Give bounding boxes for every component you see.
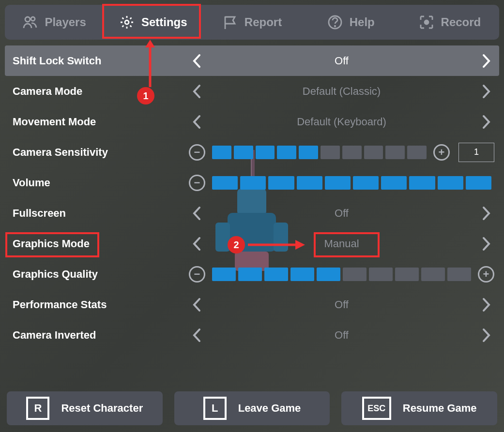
chevron-left-icon[interactable] [189,327,205,343]
tab-label: Record [441,15,481,29]
key-indicator: ESC [362,397,391,420]
svg-point-2 [125,20,129,24]
setting-value: Off [209,298,474,311]
tab-report[interactable]: Report [202,5,301,40]
setting-label: Movement Mode [10,116,189,128]
row-graphics-quality: Graphics Quality − + [5,259,499,289]
graphics-quality-slider[interactable] [212,268,471,281]
svg-point-5 [425,20,428,24]
menu-tabs: Players Settings Report [5,5,499,40]
setting-value: Off [209,55,474,67]
chevron-right-icon[interactable] [478,236,494,252]
minus-button[interactable]: − [189,175,205,191]
button-label: Leave Game [238,402,301,415]
reset-character-button[interactable]: R Reset Character [7,391,163,425]
chevron-left-icon[interactable] [189,236,205,252]
setting-label: Camera Mode [10,85,189,98]
sensitivity-input[interactable]: 1 [458,143,494,162]
setting-label: Graphics Mode [10,238,189,250]
chevron-left-icon[interactable] [189,114,205,130]
row-shift-lock: Shift Lock Switch Off [5,45,499,76]
row-performance-stats: Performance Stats Off [5,289,499,320]
tab-label: Report [244,15,282,29]
setting-label: Performance Stats [10,298,189,311]
minus-button[interactable]: − [189,144,205,161]
chevron-right-icon[interactable] [478,53,494,69]
svg-point-4 [335,26,336,27]
chevron-right-icon[interactable] [478,114,494,130]
tab-label: Settings [141,15,187,29]
row-camera-sensitivity: Camera Sensitivity − + 1 [5,137,499,167]
flag-icon [222,15,238,30]
setting-value: Default (Classic) [209,85,474,98]
row-movement-mode: Movement Mode Default (Keyboard) [5,106,499,137]
row-graphics-mode: Graphics Mode Manual [5,228,499,259]
tab-settings[interactable]: Settings [104,5,202,40]
resume-game-button[interactable]: ESC Resume Game [341,391,497,425]
setting-label: Graphics Quality [10,268,189,281]
chevron-right-icon[interactable] [478,83,494,100]
setting-label: Camera Sensitivity [10,146,189,159]
tab-help[interactable]: Help [302,5,400,40]
svg-point-0 [25,17,30,22]
tab-label: Help [350,15,375,29]
settings-panel: Shift Lock Switch Off Camera Mode Defaul… [5,45,499,350]
setting-value: Manual [209,238,474,250]
players-icon [22,15,38,30]
minus-button[interactable]: − [189,266,205,283]
setting-label: Volume [10,177,189,189]
key-indicator: L [203,397,227,420]
gear-icon [119,15,135,30]
plus-button[interactable]: + [433,144,450,161]
bottom-buttons: R Reset Character L Leave Game ESC Resum… [7,391,497,425]
button-label: Resume Game [403,402,477,415]
button-label: Reset Character [61,402,143,415]
setting-label: Fullscreen [10,207,189,220]
tab-record[interactable]: Record [400,5,499,40]
chevron-left-icon[interactable] [189,83,205,100]
row-volume: Volume − [5,167,499,198]
setting-label: Camera Inverted [10,329,189,342]
chevron-left-icon[interactable] [189,297,205,313]
setting-label: Shift Lock Switch [10,55,189,67]
chevron-left-icon[interactable] [189,205,205,222]
setting-value: Off [209,329,474,342]
plus-button[interactable]: + [478,266,494,283]
setting-value: Default (Keyboard) [209,116,474,128]
record-icon [419,15,434,30]
key-indicator: R [26,397,49,420]
help-icon [327,15,343,30]
chevron-right-icon[interactable] [478,205,494,222]
row-fullscreen: Fullscreen Off [5,198,499,228]
leave-game-button[interactable]: L Leave Game [174,391,330,425]
chevron-right-icon[interactable] [478,327,494,343]
row-camera-inverted: Camera Inverted Off [5,320,499,350]
row-camera-mode: Camera Mode Default (Classic) [5,76,499,106]
volume-slider[interactable] [212,176,491,190]
chevron-right-icon[interactable] [478,297,494,313]
setting-value: Off [209,207,474,220]
sensitivity-slider[interactable] [212,146,427,159]
svg-point-1 [31,17,35,21]
tab-label: Players [45,15,86,29]
tab-players[interactable]: Players [5,5,104,40]
chevron-left-icon[interactable] [189,53,205,69]
